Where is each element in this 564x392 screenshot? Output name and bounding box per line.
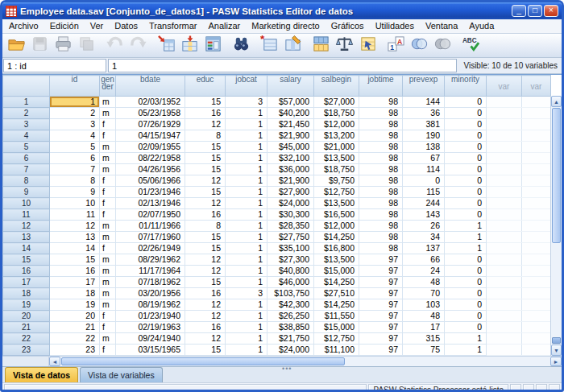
cell[interactable]: 16 <box>185 209 226 221</box>
cell[interactable]: 0 <box>445 175 487 187</box>
cell[interactable]: 1 <box>226 209 267 221</box>
cell[interactable]: $26,250 <box>267 311 314 322</box>
cell[interactable]: $12,000 <box>314 119 359 130</box>
cell[interactable]: 15 <box>185 187 226 198</box>
cell[interactable]: m <box>100 232 116 243</box>
cell[interactable]: 12 <box>185 266 226 277</box>
cell[interactable]: 1 <box>226 266 267 277</box>
cell[interactable]: 09/24/1940 <box>116 333 185 345</box>
cell[interactable]: 12 <box>185 254 226 266</box>
empty-var-cell[interactable] <box>522 175 551 187</box>
empty-var-cell[interactable] <box>487 266 522 277</box>
cell[interactable]: 0 <box>445 311 487 322</box>
row-header-12[interactable]: 12 <box>3 221 50 232</box>
menu-item-gr-ficos[interactable]: Gráficos <box>326 19 370 33</box>
cell[interactable]: 15 <box>185 97 226 108</box>
scroll-right-arrow-icon[interactable]: ► <box>550 357 562 366</box>
column-header-minority[interactable]: minority <box>445 76 487 97</box>
cell[interactable]: 0 <box>445 266 487 277</box>
cell[interactable]: 17 <box>403 322 445 333</box>
empty-var-cell[interactable] <box>522 288 551 299</box>
cell[interactable]: 03/15/1965 <box>116 345 185 356</box>
cell[interactable]: 1 <box>226 108 267 119</box>
column-header-var[interactable]: var <box>487 76 522 97</box>
cell[interactable]: $28,350 <box>267 221 314 232</box>
empty-var-cell[interactable] <box>522 311 551 322</box>
cell[interactable]: 1 <box>226 243 267 254</box>
cell[interactable]: 01/23/1946 <box>116 187 185 198</box>
cell[interactable]: 48 <box>403 277 445 288</box>
cell[interactable]: 0 <box>445 119 487 130</box>
cell[interactable]: 12 <box>185 119 226 130</box>
cell[interactable]: 15 <box>185 142 226 153</box>
cell[interactable]: f <box>100 311 116 322</box>
cell[interactable]: 0 <box>445 164 487 175</box>
cell[interactable]: f <box>100 187 116 198</box>
empty-var-cell[interactable] <box>522 198 551 209</box>
cell[interactable]: 14 <box>50 243 100 254</box>
cell[interactable]: 10 <box>50 198 100 209</box>
empty-var-cell[interactable] <box>522 345 551 356</box>
cell[interactable]: m <box>100 288 116 299</box>
cell[interactable]: 0 <box>403 175 445 187</box>
cell[interactable]: $40,800 <box>267 266 314 277</box>
cell[interactable]: $40,200 <box>267 108 314 119</box>
cell[interactable]: 8 <box>185 130 226 142</box>
cell[interactable]: 16 <box>185 108 226 119</box>
cell[interactable]: 08/22/1958 <box>116 153 185 164</box>
cell[interactable]: 98 <box>359 119 403 130</box>
cell[interactable]: $12,000 <box>314 221 359 232</box>
menu-item-edici-n[interactable]: Edición <box>44 19 85 33</box>
maximize-button[interactable]: □ <box>528 5 542 17</box>
selected-cell[interactable]: 1 <box>50 97 100 108</box>
empty-var-cell[interactable] <box>487 311 522 322</box>
cell[interactable]: 17 <box>50 277 100 288</box>
cell[interactable]: $21,450 <box>267 119 314 130</box>
splitter-dots-icon[interactable]: ••• <box>282 368 297 370</box>
cell[interactable]: $21,900 <box>267 130 314 142</box>
cell[interactable]: 3 <box>226 97 267 108</box>
empty-var-cell[interactable] <box>487 232 522 243</box>
cell[interactable]: 02/26/1949 <box>116 243 185 254</box>
row-header-7[interactable]: 7 <box>3 164 50 175</box>
cell[interactable]: 0 <box>445 322 487 333</box>
cell[interactable]: 98 <box>359 232 403 243</box>
cell[interactable]: 70 <box>403 288 445 299</box>
cell[interactable]: 1 <box>226 345 267 356</box>
cell[interactable]: $11,100 <box>314 345 359 356</box>
cell[interactable]: 98 <box>359 187 403 198</box>
column-header-educ[interactable]: educ <box>185 76 226 97</box>
cell[interactable]: 98 <box>359 175 403 187</box>
row-header-10[interactable]: 10 <box>3 198 50 209</box>
cell[interactable]: 02/19/1963 <box>116 322 185 333</box>
empty-var-cell[interactable] <box>522 142 551 153</box>
cell[interactable]: 12 <box>185 299 226 311</box>
cell[interactable]: 97 <box>359 254 403 266</box>
empty-var-cell[interactable] <box>522 277 551 288</box>
cell[interactable]: $18,750 <box>314 108 359 119</box>
cell[interactable]: 98 <box>359 198 403 209</box>
column-header-var[interactable]: var <box>522 76 551 97</box>
cell[interactable]: 13 <box>50 232 100 243</box>
empty-var-cell[interactable] <box>487 187 522 198</box>
cell[interactable]: 04/15/1947 <box>116 130 185 142</box>
cell[interactable]: 98 <box>359 209 403 221</box>
cell[interactable]: $42,300 <box>267 299 314 311</box>
cell[interactable]: m <box>100 142 116 153</box>
row-header-19[interactable]: 19 <box>3 299 50 311</box>
cell[interactable]: $16,800 <box>314 243 359 254</box>
cell[interactable]: 15 <box>185 243 226 254</box>
cell[interactable]: m <box>100 153 116 164</box>
empty-var-cell[interactable] <box>522 266 551 277</box>
cell[interactable]: 75 <box>403 345 445 356</box>
cell[interactable]: 97 <box>359 311 403 322</box>
cell[interactable]: $21,000 <box>314 142 359 153</box>
cell[interactable]: 315 <box>403 333 445 345</box>
select-all-corner[interactable] <box>3 76 50 97</box>
cell[interactable]: m <box>100 254 116 266</box>
empty-var-cell[interactable] <box>487 299 522 311</box>
cell[interactable]: 12 <box>50 221 100 232</box>
cell[interactable]: 12 <box>185 333 226 345</box>
cell[interactable]: $13,500 <box>314 198 359 209</box>
cell[interactable]: m <box>100 299 116 311</box>
